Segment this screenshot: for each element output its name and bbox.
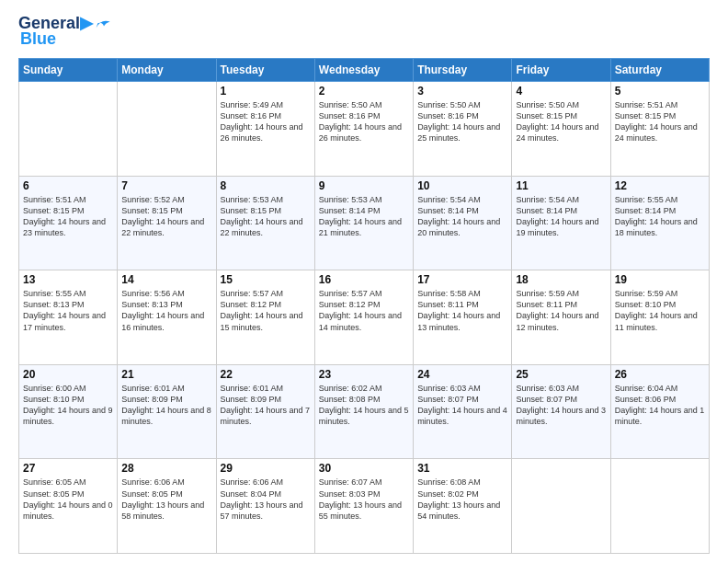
calendar-cell: 24Sunrise: 6:03 AM Sunset: 8:07 PM Dayli…: [414, 364, 512, 459]
calendar-cell: 18Sunrise: 5:59 AM Sunset: 8:11 PM Dayli…: [512, 270, 610, 365]
day-number: 9: [319, 179, 409, 192]
calendar-cell: 27Sunrise: 6:05 AM Sunset: 8:05 PM Dayli…: [19, 459, 118, 554]
day-number: 21: [121, 368, 211, 381]
calendar-cell: 12Sunrise: 5:55 AM Sunset: 8:14 PM Dayli…: [610, 176, 709, 270]
day-number: 5: [615, 85, 705, 98]
calendar-cell: 3Sunrise: 5:50 AM Sunset: 8:16 PM Daylig…: [414, 82, 512, 177]
day-info: Sunrise: 5:53 AM Sunset: 8:15 PM Dayligh…: [221, 194, 311, 239]
day-number: 30: [319, 462, 409, 475]
calendar-cell: 30Sunrise: 6:07 AM Sunset: 8:03 PM Dayli…: [314, 459, 413, 554]
day-info: Sunrise: 5:57 AM Sunset: 8:12 PM Dayligh…: [319, 288, 409, 333]
day-info: Sunrise: 6:03 AM Sunset: 8:07 PM Dayligh…: [417, 383, 507, 428]
day-info: Sunrise: 6:00 AM Sunset: 8:10 PM Dayligh…: [23, 383, 113, 428]
day-info: Sunrise: 6:05 AM Sunset: 8:05 PM Dayligh…: [23, 477, 113, 522]
calendar-cell: 15Sunrise: 5:57 AM Sunset: 8:12 PM Dayli…: [216, 270, 314, 365]
day-info: Sunrise: 6:06 AM Sunset: 8:05 PM Dayligh…: [121, 477, 211, 522]
day-info: Sunrise: 6:08 AM Sunset: 8:02 PM Dayligh…: [417, 477, 507, 522]
day-info: Sunrise: 5:58 AM Sunset: 8:11 PM Dayligh…: [417, 288, 507, 333]
day-info: Sunrise: 5:59 AM Sunset: 8:10 PM Dayligh…: [615, 288, 705, 333]
calendar-cell: 13Sunrise: 5:55 AM Sunset: 8:13 PM Dayli…: [19, 270, 118, 365]
logo-bird-icon: [95, 15, 113, 33]
day-number: 20: [23, 368, 113, 381]
calendar-cell: 20Sunrise: 6:00 AM Sunset: 8:10 PM Dayli…: [19, 364, 118, 459]
day-number: 24: [417, 368, 507, 381]
day-info: Sunrise: 6:01 AM Sunset: 8:09 PM Dayligh…: [121, 383, 211, 428]
day-number: 11: [516, 179, 606, 192]
day-number: 3: [417, 85, 507, 98]
day-info: Sunrise: 5:50 AM Sunset: 8:16 PM Dayligh…: [417, 99, 507, 144]
header: General▶ Blue: [18, 15, 710, 49]
day-number: 29: [221, 462, 311, 475]
day-info: Sunrise: 5:57 AM Sunset: 8:12 PM Dayligh…: [221, 288, 311, 333]
calendar-cell: 21Sunrise: 6:01 AM Sunset: 8:09 PM Dayli…: [118, 364, 216, 459]
day-number: 4: [516, 85, 606, 98]
calendar-cell: 22Sunrise: 6:01 AM Sunset: 8:09 PM Dayli…: [216, 364, 314, 459]
calendar-cell: 14Sunrise: 5:56 AM Sunset: 8:13 PM Dayli…: [118, 270, 216, 365]
day-number: 13: [23, 273, 113, 286]
day-info: Sunrise: 5:56 AM Sunset: 8:13 PM Dayligh…: [121, 288, 211, 333]
day-info: Sunrise: 5:59 AM Sunset: 8:11 PM Dayligh…: [516, 288, 606, 333]
calendar-cell: 11Sunrise: 5:54 AM Sunset: 8:14 PM Dayli…: [512, 176, 610, 270]
day-info: Sunrise: 5:55 AM Sunset: 8:14 PM Dayligh…: [615, 194, 705, 239]
day-info: Sunrise: 5:53 AM Sunset: 8:14 PM Dayligh…: [319, 194, 409, 239]
logo: General▶ Blue: [18, 15, 113, 49]
day-info: Sunrise: 5:51 AM Sunset: 8:15 PM Dayligh…: [23, 194, 113, 239]
day-number: 6: [23, 179, 113, 192]
day-number: 19: [615, 273, 705, 286]
day-number: 28: [121, 462, 211, 475]
calendar-cell: 6Sunrise: 5:51 AM Sunset: 8:15 PM Daylig…: [19, 176, 118, 270]
day-number: 18: [516, 273, 606, 286]
weekday-header: Friday: [512, 59, 610, 82]
day-number: 27: [23, 462, 113, 475]
calendar-cell: [512, 459, 610, 554]
day-info: Sunrise: 5:49 AM Sunset: 8:16 PM Dayligh…: [221, 99, 311, 144]
weekday-header: Saturday: [610, 59, 709, 82]
day-number: 22: [221, 368, 311, 381]
weekday-header: Wednesday: [314, 59, 413, 82]
day-number: 1: [221, 85, 311, 98]
day-number: 14: [121, 273, 211, 286]
calendar-cell: 31Sunrise: 6:08 AM Sunset: 8:02 PM Dayli…: [414, 459, 512, 554]
day-info: Sunrise: 6:04 AM Sunset: 8:06 PM Dayligh…: [615, 383, 705, 428]
calendar-week-row: 1Sunrise: 5:49 AM Sunset: 8:16 PM Daylig…: [19, 82, 710, 177]
calendar-cell: 23Sunrise: 6:02 AM Sunset: 8:08 PM Dayli…: [314, 364, 413, 459]
calendar-cell: 10Sunrise: 5:54 AM Sunset: 8:14 PM Dayli…: [414, 176, 512, 270]
calendar-week-row: 27Sunrise: 6:05 AM Sunset: 8:05 PM Dayli…: [19, 459, 710, 554]
calendar-cell: 26Sunrise: 6:04 AM Sunset: 8:06 PM Dayli…: [610, 364, 709, 459]
day-info: Sunrise: 6:01 AM Sunset: 8:09 PM Dayligh…: [221, 383, 311, 428]
calendar-cell: 28Sunrise: 6:06 AM Sunset: 8:05 PM Dayli…: [118, 459, 216, 554]
calendar-cell: 8Sunrise: 5:53 AM Sunset: 8:15 PM Daylig…: [216, 176, 314, 270]
calendar-cell: 16Sunrise: 5:57 AM Sunset: 8:12 PM Dayli…: [314, 270, 413, 365]
day-info: Sunrise: 5:50 AM Sunset: 8:15 PM Dayligh…: [516, 99, 606, 144]
day-number: 23: [319, 368, 409, 381]
calendar-cell: 1Sunrise: 5:49 AM Sunset: 8:16 PM Daylig…: [216, 82, 314, 177]
calendar-week-row: 13Sunrise: 5:55 AM Sunset: 8:13 PM Dayli…: [19, 270, 710, 365]
weekday-header: Sunday: [19, 59, 118, 82]
day-info: Sunrise: 6:02 AM Sunset: 8:08 PM Dayligh…: [319, 383, 409, 428]
calendar-cell: 29Sunrise: 6:06 AM Sunset: 8:04 PM Dayli…: [216, 459, 314, 554]
day-number: 10: [417, 179, 507, 192]
weekday-header: Monday: [118, 59, 216, 82]
calendar-week-row: 6Sunrise: 5:51 AM Sunset: 8:15 PM Daylig…: [19, 176, 710, 270]
calendar-cell: 5Sunrise: 5:51 AM Sunset: 8:15 PM Daylig…: [610, 82, 709, 177]
weekday-header: Thursday: [414, 59, 512, 82]
calendar-cell: 2Sunrise: 5:50 AM Sunset: 8:16 PM Daylig…: [314, 82, 413, 177]
day-number: 7: [121, 179, 211, 192]
day-number: 17: [417, 273, 507, 286]
calendar-table: SundayMondayTuesdayWednesdayThursdayFrid…: [18, 58, 710, 554]
weekday-header: Tuesday: [216, 59, 314, 82]
calendar-cell: 4Sunrise: 5:50 AM Sunset: 8:15 PM Daylig…: [512, 82, 610, 177]
day-number: 16: [319, 273, 409, 286]
day-number: 25: [516, 368, 606, 381]
day-info: Sunrise: 6:06 AM Sunset: 8:04 PM Dayligh…: [221, 477, 311, 522]
calendar-cell: [118, 82, 216, 177]
calendar-cell: 25Sunrise: 6:03 AM Sunset: 8:07 PM Dayli…: [512, 364, 610, 459]
calendar-cell: 7Sunrise: 5:52 AM Sunset: 8:15 PM Daylig…: [118, 176, 216, 270]
day-info: Sunrise: 5:55 AM Sunset: 8:13 PM Dayligh…: [23, 288, 113, 333]
day-info: Sunrise: 6:03 AM Sunset: 8:07 PM Dayligh…: [516, 383, 606, 428]
day-number: 15: [221, 273, 311, 286]
calendar-week-row: 20Sunrise: 6:00 AM Sunset: 8:10 PM Dayli…: [19, 364, 710, 459]
calendar-cell: 9Sunrise: 5:53 AM Sunset: 8:14 PM Daylig…: [314, 176, 413, 270]
day-info: Sunrise: 5:52 AM Sunset: 8:15 PM Dayligh…: [121, 194, 211, 239]
calendar-cell: 19Sunrise: 5:59 AM Sunset: 8:10 PM Dayli…: [610, 270, 709, 365]
